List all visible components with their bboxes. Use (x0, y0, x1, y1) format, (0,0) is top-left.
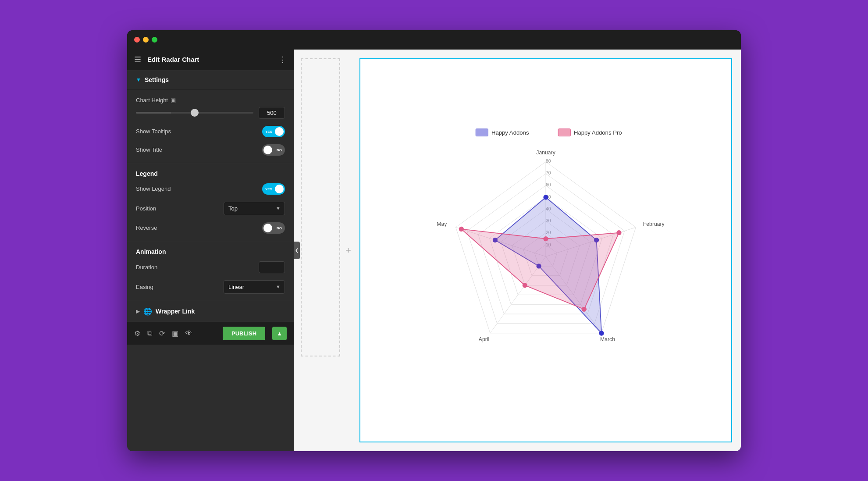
reverse-row: Reverse NO (136, 222, 285, 234)
sidebar: ☰ Edit Radar Chart ⋮ ▼ Settings Chart (127, 50, 294, 345)
chart-height-slider-row: 500 (136, 107, 285, 119)
refresh-icon[interactable]: ⟳ (159, 329, 165, 338)
gear-icon[interactable]: ⚙ (134, 329, 140, 338)
series2-point-may (459, 226, 464, 231)
duration-label: Duration (136, 264, 157, 271)
series2-point-feb (616, 230, 621, 235)
sidebar-header: ☰ Edit Radar Chart ⋮ (127, 50, 294, 70)
show-tooltips-toggle[interactable]: YES (262, 126, 285, 137)
svg-text:80: 80 (546, 158, 551, 163)
sidebar-header-left: ☰ Edit Radar Chart (134, 55, 199, 64)
reverse-no-label: NO (277, 226, 282, 230)
wrapper-link-section-header[interactable]: ▶ 🌐 Wrapper Link (127, 301, 294, 322)
minimize-button[interactable] (143, 37, 149, 43)
sidebar-wrapper: ☰ Edit Radar Chart ⋮ ▼ Settings Chart (127, 50, 294, 451)
axis-january: January (536, 149, 555, 155)
easing-select-wrapper: Linear EaseIn EaseOut EaseInOut ▼ (224, 280, 285, 294)
easing-row: Easing Linear EaseIn EaseOut EaseInOut ▼ (136, 280, 285, 294)
axis-february: February (643, 221, 665, 227)
series2-point-jan (543, 236, 548, 241)
settings-label: Settings (145, 76, 169, 83)
slider-container: 500 (136, 107, 285, 119)
settings-section-header[interactable]: ▼ Settings (127, 70, 294, 90)
wrapper-link-globe-icon: 🌐 (143, 307, 152, 316)
monitor-icon: ▣ (171, 97, 176, 103)
axis-may: May (437, 221, 447, 227)
series2-point-mar (582, 306, 587, 311)
show-tooltips-switch[interactable]: YES (262, 126, 285, 137)
show-title-toggle[interactable]: NO (262, 144, 285, 156)
show-title-row: Show Title NO (136, 144, 285, 156)
close-button[interactable] (134, 37, 140, 43)
chart-height-label: Chart Height ▣ (136, 97, 285, 103)
widget-canvas: + Happy Addons Happy Addons Pro (294, 50, 741, 451)
show-legend-row: Show Legend YES (136, 183, 285, 195)
settings-arrow-icon: ▼ (136, 77, 141, 83)
position-select[interactable]: Top Bottom Left Right (224, 202, 285, 215)
legend-series1-box (476, 128, 488, 136)
chart-height-slider[interactable] (136, 112, 253, 114)
position-label: Position (136, 205, 156, 212)
monitor-bottom-icon[interactable]: ▣ (172, 329, 178, 338)
legend-yes-label: YES (265, 187, 272, 191)
wrapper-link-arrow-icon: ▶ (136, 308, 140, 314)
series1-point-mar (599, 331, 604, 335)
traffic-lights (134, 37, 157, 43)
layers-icon[interactable]: ⧉ (147, 329, 152, 337)
show-title-label: Show Title (136, 146, 162, 153)
show-legend-toggle[interactable]: YES (262, 183, 285, 195)
reverse-toggle[interactable]: NO (262, 222, 285, 234)
maximize-button[interactable] (152, 37, 157, 43)
sidebar-collapse-handle[interactable]: ❮ (294, 242, 300, 259)
legend-series2-box (558, 128, 570, 136)
hamburger-icon[interactable]: ☰ (134, 55, 141, 64)
duration-row: Duration 1000 (136, 261, 285, 273)
add-widget-button[interactable]: + (345, 245, 351, 256)
wrapper-link-label: Wrapper Link (156, 308, 195, 315)
tooltips-yes-label: YES (265, 129, 272, 133)
titlebar (127, 30, 741, 50)
legend-series2-label: Happy Addons Pro (574, 129, 622, 135)
reverse-label: Reverse (136, 224, 157, 231)
svg-text:70: 70 (546, 171, 551, 175)
eye-icon[interactable]: 👁 (185, 329, 192, 337)
publish-button[interactable]: PUBLISH (223, 327, 265, 340)
show-legend-switch[interactable]: YES (262, 183, 285, 195)
radar-chart-group: 10 20 30 40 50 60 70 80 January (437, 149, 665, 342)
title-no-label: NO (277, 148, 282, 152)
reverse-switch[interactable]: NO (262, 222, 285, 234)
axis-april: April (479, 336, 489, 342)
app-window: ☰ Edit Radar Chart ⋮ ▼ Settings Chart (127, 30, 741, 451)
animation-section-body: Animation Duration 1000 Easing Linear (127, 241, 294, 301)
radar-chart-svg: Happy Addons Happy Addons Pro (360, 59, 731, 442)
svg-text:60: 60 (546, 182, 551, 187)
empty-widget-area (301, 58, 340, 356)
legend-section-body: Legend Show Legend YES (127, 163, 294, 241)
publish-arrow-button[interactable]: ▲ (272, 327, 287, 340)
position-select-wrapper: Top Bottom Left Right ▼ (224, 202, 285, 215)
bottom-bar: ⚙ ⧉ ⟳ ▣ 👁 PUBLISH ▲ (127, 322, 294, 345)
animation-label: Animation (136, 248, 285, 255)
show-tooltips-label: Show Tooltips (136, 128, 171, 135)
series1-point-jan (543, 195, 548, 200)
show-tooltips-row: Show Tooltips YES (136, 126, 285, 137)
settings-section-body: Chart Height ▣ 500 Show Tooltips (127, 90, 294, 163)
series2-point-apr (523, 283, 527, 288)
show-title-switch[interactable]: NO (262, 144, 285, 156)
show-legend-label: Show Legend (136, 185, 171, 192)
legend-label: Legend (136, 170, 285, 177)
chart-height-input[interactable]: 500 (259, 107, 285, 119)
easing-label: Easing (136, 284, 153, 290)
legend-series1-label: Happy Addons (491, 129, 529, 135)
grid-icon[interactable]: ⋮ (279, 55, 287, 64)
position-row: Position Top Bottom Left Right ▼ (136, 202, 285, 215)
chart-frame: Happy Addons Happy Addons Pro (359, 58, 732, 442)
sidebar-content: ▼ Settings Chart Height ▣ 500 (127, 70, 294, 322)
axis-march: March (600, 336, 615, 342)
sidebar-title: Edit Radar Chart (147, 56, 199, 63)
main-area: ☰ Edit Radar Chart ⋮ ▼ Settings Chart (127, 50, 741, 451)
duration-input[interactable]: 1000 (259, 261, 285, 273)
easing-select[interactable]: Linear EaseIn EaseOut EaseInOut (224, 280, 285, 294)
content-area: + Happy Addons Happy Addons Pro (294, 50, 741, 451)
